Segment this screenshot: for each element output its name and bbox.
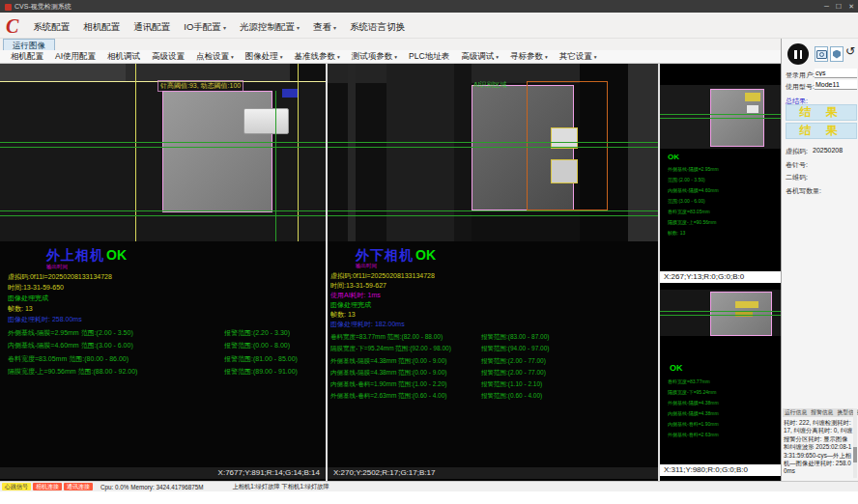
return-arrow-icon[interactable]: ↺ — [845, 44, 855, 58]
monitor-button[interactable] — [830, 46, 844, 62]
toolbar-item[interactable]: 其它设置▾ — [554, 51, 603, 63]
menu-item-label: 通讯配置 — [133, 21, 170, 32]
result-box-1: 结 果 — [786, 104, 857, 121]
camera-icon — [816, 50, 827, 59]
thumb-measurement: 范围:(3.00 - 6.00) — [668, 196, 719, 207]
chevron-down-icon: ▾ — [594, 54, 597, 60]
toolbar-item-label: 其它设置 — [559, 51, 592, 61]
menu-item-label: 相机配置 — [83, 21, 120, 32]
info-tab[interactable]: 运行信息 — [785, 408, 807, 417]
baseline — [328, 142, 658, 143]
left-camera-image: 针高阈值:93, 动态阈值:100 — [0, 64, 326, 241]
thumb-measurement: 内侧基线-卷料=1.90mm — [668, 419, 719, 430]
toolbar-item[interactable]: 高级设置 — [146, 51, 190, 63]
model-input[interactable] — [815, 80, 857, 90]
toolbar: 相机配置 AI使用配置 相机调试 高级设置 点检设置▾ 图像处理▾ 基准线参数▾… — [0, 50, 781, 64]
toolbar-item[interactable]: 点检设置▾ — [190, 51, 240, 63]
toolbar-item[interactable]: 寻标参数▾ — [504, 51, 554, 63]
baseline — [0, 142, 326, 143]
menu-item[interactable]: 系统语言切换 — [343, 20, 412, 35]
login-user-label: 登录用户: — [786, 70, 815, 80]
pixel-coords: X:311;Y:980;R:0;G:0;B:0 — [660, 464, 781, 476]
middle-camera-image: AI识别区域 — [328, 64, 658, 241]
chevron-down-icon: ▾ — [280, 54, 283, 60]
toolbar-item-label: 相机调试 — [107, 51, 140, 61]
toolbar-item[interactable]: 基准线参数▾ — [289, 51, 346, 63]
toolbar-item-label: AI使用配置 — [55, 51, 96, 61]
maximize-button[interactable]: ☐ — [836, 3, 842, 10]
chevron-down-icon: ▾ — [297, 25, 300, 31]
menu-item[interactable]: 查看▾ — [306, 20, 343, 35]
frame-count: 帧数: 13 — [330, 310, 356, 320]
status-badges: 心跳信号相机连接通讯连接 — [2, 483, 93, 490]
thumb-measurement: 隔膜宽度-上=90.56mm — [668, 217, 719, 228]
shield-icon — [833, 50, 841, 59]
log-scrollbar[interactable] — [853, 408, 857, 478]
ok-status: OK — [106, 247, 127, 263]
thumb-measurement: 内侧基线-隔膜=4.60mm — [668, 185, 719, 196]
thumb1-image — [660, 85, 781, 149]
pause-icon — [800, 50, 803, 59]
toolbar-item[interactable]: 图像处理▾ — [240, 51, 289, 63]
window-title: CVS-视觉检测系统 — [14, 3, 72, 10]
titlebar: CVS-视觉检测系统 ─☐✕ — [0, 0, 858, 13]
toolbar-item[interactable]: 高级调试▾ — [455, 51, 504, 63]
app-window: CVS-视觉检测系统 ─☐✕ C 系统配置 相机配置 通讯配置 IO手配置▾ 光… — [0, 0, 858, 504]
toolbar-item[interactable]: PLC地址表 — [403, 51, 455, 63]
toolbar-item[interactable]: AI使用配置 — [49, 51, 101, 63]
status-badge: 心跳信号 — [2, 483, 31, 490]
chevron-down-icon: ▾ — [394, 54, 397, 60]
baseline — [0, 210, 326, 211]
alarm-range: 报警范围:(0.60 - 4.00) — [481, 392, 542, 401]
toolbar-item-label: 相机配置 — [11, 51, 43, 61]
overlay-highlight — [745, 93, 760, 101]
menu-item[interactable]: IO手配置▾ — [177, 20, 233, 35]
menu-item[interactable]: 系统配置 — [26, 20, 76, 35]
camera-view-button[interactable] — [815, 46, 828, 62]
ok-status: OK — [415, 247, 436, 263]
menu-item[interactable]: 通讯配置 — [127, 20, 177, 35]
measurement-value: 内侧基线-隔膜=4.60mm 范围:(3.00 - 6.00) — [8, 342, 133, 349]
alarm-range: 报警范围:(1.10 - 2.10) — [481, 380, 542, 389]
ok-status: OK — [668, 153, 679, 161]
baseline — [660, 315, 781, 316]
toolbar-item[interactable]: 相机调试 — [101, 51, 146, 63]
camera-sub-label: 输出时间 — [46, 264, 68, 270]
app-logo-icon: C — [6, 17, 18, 35]
baseline — [328, 147, 658, 148]
measurement-value: 卷料宽度=83.77mm 范围:(82.00 - 88.00) — [330, 333, 443, 340]
minimize-button[interactable]: ─ — [824, 3, 829, 10]
toolbar-item-label: 高级设置 — [152, 51, 185, 61]
camera-name: 外上相机 — [46, 247, 104, 263]
pause-button[interactable] — [787, 43, 809, 65]
cpu-memory-info: Cpu: 0.0% Memory: 3424.41796875M — [100, 484, 203, 490]
thumb-measurement: 卷料宽度=83.05mm — [668, 207, 719, 217]
toolbar-item[interactable]: 相机配置 — [5, 51, 49, 63]
middle-camera-panel: AI识别区域 外下相机OK 输出时间 虚拟码:0f11i=20250208133… — [328, 64, 658, 481]
menu-item-label: 系统配置 — [33, 21, 70, 32]
login-user-input[interactable] — [815, 69, 857, 78]
menu-item[interactable]: 光源控制配置▾ — [233, 20, 306, 35]
blue-marker — [282, 89, 298, 98]
chevron-down-icon: ▾ — [333, 25, 336, 31]
toolbar-item[interactable]: 测试项参数▾ — [346, 51, 403, 63]
machine-part — [290, 64, 326, 81]
chevron-down-icon: ▾ — [231, 54, 234, 60]
menu-item[interactable]: 相机配置 — [76, 20, 127, 35]
pin-number-label: 卷针号: — [786, 160, 808, 170]
capture-time: 时间:13-31-59-650 — [8, 283, 64, 293]
measurement-list: 外侧基线-隔膜=2.95mm 范围:(2.00 - 3.50)报警范围:(2.2… — [8, 328, 322, 380]
scrollbar-thumb[interactable] — [853, 447, 857, 462]
info-tab[interactable]: 报警信息 — [811, 408, 833, 417]
thumb-measurement: 范围:(2.00 - 3.50) — [668, 175, 719, 185]
process-time: 图像处理耗时: 258.00ms — [8, 315, 82, 324]
toolbar-item-label: 寻标参数 — [510, 51, 543, 61]
baseline — [660, 118, 781, 119]
menu-item-label: 光源控制配置 — [240, 21, 295, 32]
process-status: 图像处理完成 — [8, 294, 48, 303]
ai-time: 使用AI耗时: 1ms — [330, 291, 381, 300]
result-box-2: 结 果 — [786, 123, 857, 139]
menu-item-label: 查看 — [313, 21, 331, 32]
close-button[interactable]: ✕ — [848, 3, 854, 10]
toolbar-item-label: 图像处理 — [245, 51, 278, 61]
